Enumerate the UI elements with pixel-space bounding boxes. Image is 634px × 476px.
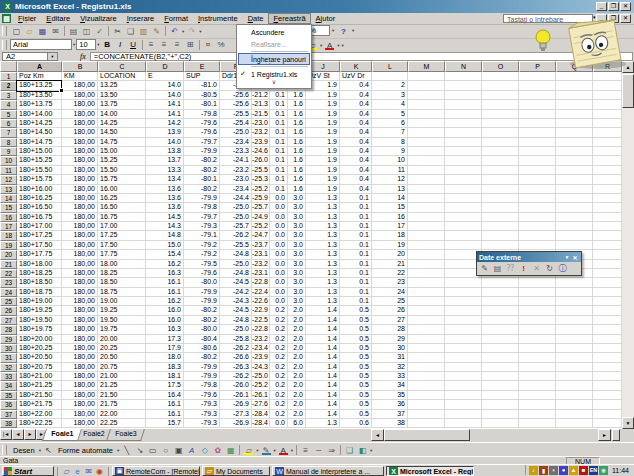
cell-O3[interactable]	[482, 91, 519, 100]
cell-D11[interactable]: 13.3	[146, 166, 184, 175]
cell-G18[interactable]: -24.7	[252, 231, 270, 240]
cell-R35[interactable]	[593, 391, 622, 400]
cell-A9[interactable]: 180+15.00	[17, 147, 62, 156]
menu-inserare[interactable]: Inserare	[122, 13, 160, 24]
select-all-corner[interactable]	[0, 61, 17, 72]
cell-N19[interactable]	[445, 241, 482, 250]
restore-button[interactable]: ❐	[608, 2, 619, 11]
active-cell-border[interactable]	[16, 80, 62, 92]
cell-M19[interactable]	[408, 241, 445, 250]
font-size-select[interactable]: 10	[76, 39, 96, 50]
cell-R26[interactable]	[593, 306, 622, 315]
cell-H19[interactable]: 0.0	[270, 241, 288, 250]
cell-J22[interactable]: 1.3	[306, 269, 340, 278]
line-color-icon[interactable]: ✎	[260, 444, 273, 456]
cell-G20[interactable]: -23.1	[252, 250, 270, 259]
cell-C38[interactable]: 22.25	[98, 419, 146, 428]
row-header-23[interactable]: 23	[0, 278, 17, 287]
cell-H29[interactable]: 0.2	[270, 335, 288, 344]
tab-nav-icon-2[interactable]: ►	[24, 429, 36, 440]
cell-F30[interactable]: -26.2	[220, 344, 252, 353]
cell-C21[interactable]: 18.00	[98, 260, 146, 269]
cell-Q17[interactable]	[556, 222, 593, 231]
cell-C33[interactable]: 21.00	[98, 372, 146, 381]
cell-L9[interactable]: 9	[372, 147, 408, 156]
cell-L21[interactable]: 21	[372, 260, 408, 269]
cell-G30[interactable]: -23.4	[252, 344, 270, 353]
row-header-13[interactable]: 13	[0, 185, 17, 194]
cell-B28[interactable]: 180,00	[62, 325, 98, 334]
cell-O7[interactable]	[482, 128, 519, 137]
cell-A4[interactable]: 180+13.75	[17, 100, 62, 109]
cell-C2[interactable]: 13.25	[98, 81, 146, 90]
cell-R38[interactable]	[593, 419, 622, 428]
cell-L30[interactable]: 30	[372, 344, 408, 353]
cell-F34[interactable]: -26.0	[220, 381, 252, 390]
cell-P31[interactable]	[519, 353, 556, 362]
cell-J15[interactable]: 1.3	[306, 203, 340, 212]
cell-L17[interactable]: 17	[372, 222, 408, 231]
cell-K13[interactable]: 0.4	[340, 185, 372, 194]
cell-A36[interactable]: 180+21.75	[17, 400, 62, 409]
cell-Q28[interactable]	[556, 325, 593, 334]
cell-L11[interactable]: 11	[372, 166, 408, 175]
cell-A30[interactable]: 180+20.25	[17, 344, 62, 353]
cell-E7[interactable]: -79.6	[184, 128, 220, 137]
cell-D25[interactable]: 16.2	[146, 297, 184, 306]
cell-R5[interactable]	[593, 110, 622, 119]
cell-B6[interactable]: 180,00	[62, 119, 98, 128]
start-button[interactable]: Start	[2, 466, 54, 476]
cell-M36[interactable]	[408, 400, 445, 409]
cell-A24[interactable]: 180+18.75	[17, 288, 62, 297]
messenger-icon[interactable]: ❋	[599, 466, 608, 475]
cell-Q5[interactable]	[556, 110, 593, 119]
cell-P16[interactable]	[519, 213, 556, 222]
toolbar-dropdown-icon[interactable]: ▾	[563, 254, 571, 260]
cell-G27[interactable]: -22.5	[252, 316, 270, 325]
cell-D27[interactable]: 16.0	[146, 316, 184, 325]
cell-P3[interactable]	[519, 91, 556, 100]
cell-E19[interactable]: -79.2	[184, 241, 220, 250]
dropdown-arrow-icon[interactable]: ▾	[117, 448, 119, 453]
row-header-37[interactable]: 37	[0, 410, 17, 419]
name-box-dropdown-icon[interactable]: ▾	[48, 52, 58, 61]
cell-L12[interactable]: 12	[372, 175, 408, 184]
column-header-K[interactable]: K	[340, 61, 372, 72]
cell-M16[interactable]	[408, 213, 445, 222]
cell-E36[interactable]: -79.3	[184, 400, 220, 409]
cell-M2[interactable]	[408, 81, 445, 90]
cell-A29[interactable]: 180+20.00	[17, 335, 62, 344]
cell-H16[interactable]: 0.0	[270, 213, 288, 222]
cell-Q33[interactable]	[556, 372, 593, 381]
cell-M23[interactable]	[408, 278, 445, 287]
tab-split-handle[interactable]	[612, 429, 620, 441]
save-icon[interactable]: ▦	[36, 25, 49, 37]
cell-L16[interactable]: 16	[372, 213, 408, 222]
font-color-icon[interactable]: A	[277, 444, 290, 456]
row-header-10[interactable]: 10	[0, 156, 17, 165]
align-center-icon[interactable]: ≡	[158, 39, 171, 51]
cell-D18[interactable]: 14.8	[146, 231, 184, 240]
cell-A14[interactable]: 180+16.25	[17, 194, 62, 203]
cell-R3[interactable]	[593, 91, 622, 100]
cell-H36[interactable]: 0.2	[270, 400, 288, 409]
cell-I26[interactable]: 2.0	[288, 306, 306, 315]
minimize-button[interactable]: _	[596, 2, 607, 11]
scroll-left-icon[interactable]: ◄	[371, 429, 384, 441]
cell-H35[interactable]: 0.2	[270, 391, 288, 400]
cell-D2[interactable]: 14.0	[146, 81, 184, 90]
modem-icon[interactable]: ▮	[539, 466, 548, 475]
cell-D30[interactable]: 17.9	[146, 344, 184, 353]
cell-P12[interactable]	[519, 175, 556, 184]
cell-L28[interactable]: 28	[372, 325, 408, 334]
cell-P23[interactable]	[519, 278, 556, 287]
cell-L32[interactable]: 32	[372, 363, 408, 372]
cell-I35[interactable]: 2.0	[288, 391, 306, 400]
cell-B29[interactable]: 180,00	[62, 335, 98, 344]
cell-J5[interactable]: 1.9	[306, 110, 340, 119]
cell-E33[interactable]: -79.9	[184, 372, 220, 381]
cell-R9[interactable]	[593, 147, 622, 156]
cell-H12[interactable]: 0.1	[270, 175, 288, 184]
cell-G5[interactable]: -21.5	[252, 110, 270, 119]
cell-R4[interactable]	[593, 100, 622, 109]
